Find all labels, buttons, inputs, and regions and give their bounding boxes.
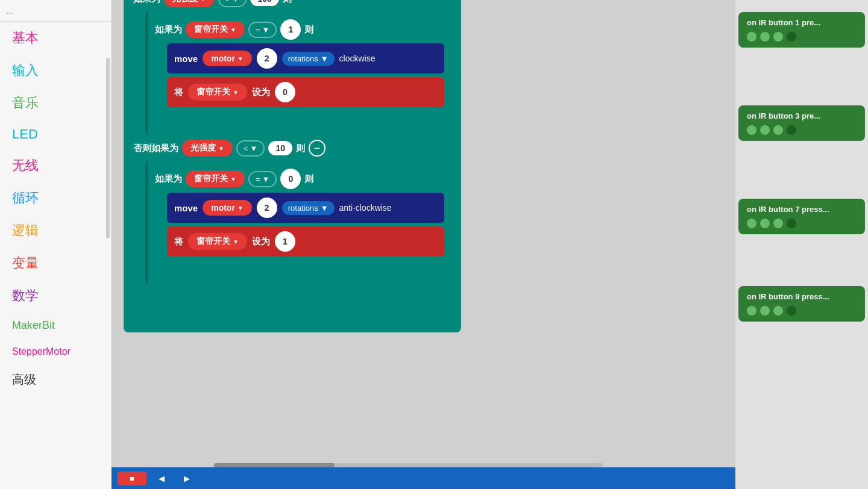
dot-1-4 [787, 32, 796, 42]
curtain-switch-pill-2[interactable]: 窗帘开关 ▼ [186, 170, 245, 187]
ir-title-9: on IR button 9 press... [747, 292, 857, 301]
sidebar-item-basic[interactable]: 基本 [0, 22, 111, 54]
curtain-switch-pill-1[interactable]: 窗帘开关 ▼ [186, 21, 245, 38]
val-1-b[interactable]: 1 [275, 231, 295, 252]
plus-icon-2[interactable]: + [161, 261, 178, 278]
bottom-blue-btn-2[interactable]: ▶ [177, 472, 197, 485]
dot-9-1 [747, 306, 756, 316]
val-100[interactable]: 100 [250, 0, 278, 6]
inner-if-container-1: 如果为 窗帘开关 ▼ = ▼ 1 则 move mot [145, 11, 451, 135]
dot-9-2 [760, 306, 770, 316]
sidebar-item-input[interactable]: 输入 [0, 54, 111, 87]
val-0-b[interactable]: 0 [280, 169, 301, 189]
sidebar-item-math[interactable]: 数学 [0, 279, 111, 312]
lt-op-pill[interactable]: < ▼ [236, 140, 265, 157]
set-to-label-1: 设为 [252, 87, 270, 98]
ir-dots-3 [747, 125, 857, 135]
curtain-switch-set-pill-1[interactable]: 窗帘开关 ▼ [188, 84, 247, 101]
sidebar-item-wireless[interactable]: 无线 [0, 149, 111, 182]
ir-block-9: on IR button 9 press... [738, 286, 865, 322]
dot-7-3 [773, 219, 783, 228]
ir-title-3: on IR button 3 pre... [747, 111, 857, 120]
val-1-a[interactable]: 1 [280, 19, 301, 40]
val-2-a[interactable]: 2 [257, 48, 277, 69]
motor-pill-1[interactable]: motor ▼ [203, 51, 252, 66]
rotations-pill-2[interactable]: rotations ▼ [282, 201, 335, 215]
inner-if-container-2: 如果为 窗帘开关 ▼ = ▼ 0 则 move mot [145, 160, 451, 284]
ir-dots-9 [747, 306, 857, 316]
sidebar-item-advanced[interactable]: 高级 [0, 364, 111, 395]
minus-button[interactable]: − [309, 140, 326, 157]
op-arrow: ▼ [232, 0, 240, 4]
val-10[interactable]: 10 [268, 141, 292, 155]
block-area: 如果为 光强度 ▼ > ▼ 100 则 如果为 窗帘开关 [112, 0, 735, 489]
ir-title-7: on IR button 7 press... [747, 205, 857, 214]
ir-dots-7 [747, 219, 857, 228]
else-if-row: 否则如果为 光强度 ▼ < ▼ 10 则 − [133, 140, 451, 157]
if-light-row: 如果为 光强度 ▼ > ▼ 100 则 [133, 0, 451, 7]
sidebar-item-loop[interactable]: 循环 [0, 182, 111, 214]
sidebar-item-led[interactable]: LED [0, 119, 111, 149]
if-label-3: 如果为 [155, 173, 182, 185]
then-label-2: 则 [304, 24, 313, 36]
set-curtain-block-1: 将 窗帘开关 ▼ 设为 0 [167, 77, 444, 107]
gt-op-pill[interactable]: > ▼ [218, 0, 247, 7]
eq-op-pill-2[interactable]: = ▼ [248, 171, 277, 187]
outer-if-container: 如果为 光强度 ▼ > ▼ 100 则 如果为 窗帘开关 [124, 0, 461, 332]
eq-op-pill-1[interactable]: = ▼ [248, 22, 277, 38]
val-2-b[interactable]: 2 [257, 198, 277, 218]
ir-dots-1 [747, 32, 857, 42]
search-bar: 🔍 [0, 0, 111, 22]
motor-pill-2[interactable]: motor ▼ [203, 200, 252, 216]
clockwise-label: clockwise [339, 54, 376, 63]
ir-block-3: on IR button 3 pre... [738, 105, 865, 141]
add-button-2[interactable]: + [161, 261, 444, 278]
right-panel: on IR button 1 pre... on IR button 3 pre… [735, 0, 868, 489]
bottom-add-buttons-2: + [133, 310, 451, 326]
set-to-label-2: 设为 [252, 236, 270, 248]
sidebar-item-variable[interactable]: 变量 [0, 247, 111, 279]
add-button-1[interactable]: + [161, 112, 444, 129]
search-input[interactable] [6, 6, 112, 16]
plus-icon-1[interactable]: + [161, 112, 178, 129]
dot-7-1 [747, 219, 756, 228]
sidebar-item-makerbit[interactable]: MakerBit [0, 312, 111, 339]
if-label-1: 如果为 [133, 0, 160, 5]
if-curtain-row-1: 如果为 窗帘开关 ▼ = ▼ 1 则 [155, 19, 444, 40]
move-label-2: move [174, 203, 198, 213]
curtain-switch-set-pill-2[interactable]: 窗帘开关 ▼ [188, 233, 247, 250]
dot-1-3 [773, 32, 783, 42]
main-canvas: 如果为 光强度 ▼ > ▼ 100 则 如果为 窗帘开关 [112, 0, 735, 489]
then-label-4: 则 [304, 173, 313, 185]
ir-block-7: on IR button 7 press... [738, 199, 865, 234]
if-curtain-row-2: 如果为 窗帘开关 ▼ = ▼ 0 则 [155, 169, 444, 189]
ir-block-1: on IR button 1 pre... [738, 12, 865, 48]
dot-1-2 [760, 32, 770, 42]
rotations-pill-1[interactable]: rotations ▼ [282, 52, 335, 66]
val-0-a[interactable]: 0 [275, 82, 295, 102]
bottom-toolbar: ■ ◀ ▶ [112, 467, 735, 489]
light-sensor-pill-2[interactable]: 光强度 ▼ [182, 140, 233, 157]
move-motor-block-2: move motor ▼ 2 rotations ▼ anti-clockwis… [167, 193, 444, 223]
set-label-1: 将 [174, 87, 183, 98]
sidebar-item-logic[interactable]: 逻辑 [0, 214, 111, 247]
dot-3-1 [747, 125, 756, 135]
light-sensor-pill-1[interactable]: 光强度 ▼ [164, 0, 215, 7]
bottom-red-button[interactable]: ■ [118, 472, 146, 485]
dot-7-4 [787, 219, 796, 228]
sidebar-item-music[interactable]: 音乐 [0, 87, 111, 119]
if-label-2: 如果为 [155, 24, 182, 36]
then-label-3: 则 [296, 143, 305, 154]
plus-icon-4[interactable]: + [133, 310, 150, 326]
anti-clockwise-label: anti-clockwise [339, 203, 392, 213]
dot-1-1 [747, 32, 756, 42]
move-motor-block-1: move motor ▼ 2 rotations ▼ clockwise [167, 43, 444, 73]
bottom-blue-btn-1[interactable]: ◀ [151, 472, 172, 485]
dropdown-arrow: ▼ [200, 0, 206, 2]
bottom-add-buttons: + [133, 289, 451, 306]
plus-icon-3[interactable]: + [133, 289, 150, 306]
sidebar-scrollbar[interactable] [106, 58, 110, 238]
sidebar: 🔍 基本 输入 音乐 LED 无线 循环 逻辑 变量 数学 MakerBit S… [0, 0, 112, 489]
dot-9-3 [773, 306, 783, 316]
sidebar-item-steppermotor[interactable]: StepperMotor [0, 339, 111, 364]
